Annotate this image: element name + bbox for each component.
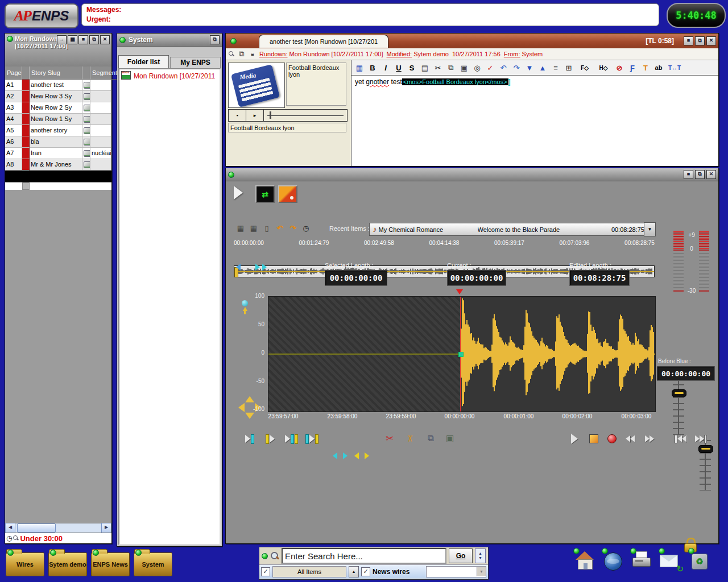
play-from-mark-button[interactable]	[266, 433, 275, 444]
rewind-button[interactable]	[623, 433, 638, 445]
dropdown-arrow-button[interactable]: ▼	[644, 222, 656, 236]
close-button[interactable]: ✕	[706, 170, 716, 179]
timer-icon[interactable]: ◷	[300, 223, 312, 233]
cut-icon[interactable]: ✂	[432, 62, 444, 73]
skip-to-start-button[interactable]	[673, 433, 688, 445]
table-row[interactable]: A4New Row 1 Sy	[5, 114, 111, 125]
mos-object-tag[interactable]: <mos>Football Bordeaux lyon</mos>	[402, 78, 508, 85]
restore-button[interactable]: ⧉	[695, 170, 705, 179]
table-row[interactable]: A1another test	[5, 80, 111, 91]
skip-to-end-button[interactable]	[693, 433, 708, 445]
table-icon[interactable]: ⊞	[562, 62, 575, 73]
trim-icon[interactable]: ✂	[405, 433, 415, 444]
nudge-in-left-icon[interactable]	[333, 452, 337, 459]
col-segment[interactable]: Segment	[90, 66, 119, 80]
story-text-area[interactable]: yet gnother test<mos>Football Bordeaux l…	[351, 76, 718, 166]
marker-next-icon[interactable]	[255, 264, 260, 271]
playhead-marker-icon[interactable]	[456, 289, 463, 294]
save-as-icon[interactable]: ▦	[248, 223, 259, 233]
undo-icon[interactable]: ↶	[497, 62, 510, 73]
media-seek-slider[interactable]	[264, 110, 347, 121]
f-marker-icon[interactable]: F◇	[576, 62, 594, 73]
close-button[interactable]: ✕	[706, 36, 716, 45]
mail-icon[interactable]: ↻	[659, 550, 684, 575]
export-button[interactable]: →	[57, 35, 67, 44]
nav-down-icon[interactable]	[245, 413, 254, 419]
enps-logo[interactable]: AP ENPS	[5, 3, 78, 28]
char-width-icon[interactable]: T↔T	[665, 62, 684, 73]
undo-icon[interactable]: ↶	[274, 223, 286, 233]
nav-up-icon[interactable]	[245, 396, 254, 402]
waveform-editor-button[interactable]: ⇄	[255, 185, 275, 203]
table-row[interactable]: A5another story	[5, 125, 111, 136]
story-titlebar[interactable]: another test [Mon Rundown [10/27/201 [TL…	[226, 34, 718, 48]
find-icon[interactable]: ◎	[471, 62, 483, 73]
tab-my-enps[interactable]: My ENPS	[170, 57, 221, 68]
folder-shortcut-sytem-demo[interactable]: Sytem demo	[48, 552, 87, 576]
printer-icon[interactable]	[630, 550, 655, 575]
table-row[interactable]: A2New Row 3 Sy	[5, 91, 111, 102]
table-row[interactable]: A6bla	[5, 136, 111, 148]
play-mode-button[interactable]	[234, 184, 249, 201]
save-icon[interactable]: ▦	[353, 62, 366, 73]
recycle-icon[interactable]: ♻	[688, 550, 713, 575]
media-name-field[interactable]: Football Bordeaux lyon	[228, 123, 346, 132]
wire-dropdown[interactable]: ▼	[426, 566, 486, 577]
maximize-button[interactable]: ■	[78, 35, 88, 44]
restore-button[interactable]: ⧉	[210, 35, 220, 44]
col-page[interactable]: Page	[5, 66, 22, 80]
save-icon[interactable]: ▦	[235, 223, 246, 233]
play-button[interactable]: ▸	[246, 110, 264, 121]
nudge-out-left-icon[interactable]	[354, 452, 359, 459]
copy-icon[interactable]: ⧉	[425, 433, 436, 443]
stop-button[interactable]	[586, 433, 601, 445]
folder-shortcut-enps-news[interactable]: ENPS News	[91, 552, 130, 576]
folder-shortcut-system[interactable]: System	[134, 552, 172, 576]
goto-mark-in-button[interactable]	[245, 433, 254, 444]
grid-view-button[interactable]: ▦	[68, 35, 77, 44]
playhead[interactable]	[460, 297, 461, 411]
restore-button[interactable]: ⧉	[695, 36, 705, 45]
search-icon[interactable]	[229, 51, 234, 57]
no-wire-icon[interactable]: ⊘	[613, 62, 626, 73]
pointer-tool-icon[interactable]	[241, 300, 250, 315]
italic-button[interactable]: I	[379, 62, 392, 73]
globe-icon[interactable]	[602, 550, 627, 575]
redo-icon[interactable]: ↷	[287, 223, 299, 233]
marker-next2-icon[interactable]	[262, 264, 267, 271]
recent-items-dropdown[interactable]: ♪ My Chemical Romance Welcome to the Bla…	[369, 223, 648, 236]
filter-checkbox[interactable]: ✓	[261, 567, 270, 576]
level-fader-left[interactable]	[671, 379, 686, 435]
highlight-icon[interactable]: ab	[652, 62, 665, 73]
home-icon[interactable]	[573, 550, 598, 575]
cut-icon[interactable]: ✂	[384, 433, 395, 443]
maximize-button[interactable]: ■	[684, 36, 693, 45]
scroll-right-button[interactable]: ▶	[101, 523, 111, 533]
fader-handle[interactable]	[698, 445, 713, 453]
close-button[interactable]: ✕	[100, 35, 110, 44]
rundown-titlebar[interactable]: Mon Rundown [10/27/2011 17:00] → ▦ ■ ⧉ ✕	[5, 34, 111, 66]
paste-icon[interactable]: ▣	[458, 62, 470, 73]
restore-button[interactable]: ⧉	[89, 35, 99, 44]
text-style-icon[interactable]: T	[639, 62, 652, 73]
move-down-icon[interactable]: ▼	[523, 62, 536, 73]
search-input[interactable]	[282, 548, 446, 564]
audio-titlebar[interactable]: ■ ⧉ ✕	[226, 168, 718, 181]
play-between-marks-button[interactable]	[285, 433, 298, 444]
table-row[interactable]: A3New Row 2 Sy	[5, 102, 111, 114]
folder-shortcut-wires[interactable]: Wires	[6, 552, 44, 576]
bold-button[interactable]: B	[366, 62, 379, 73]
tab-folder-list[interactable]: Folder list	[118, 55, 169, 68]
stop-button[interactable]: ▪	[229, 110, 246, 121]
h-marker-icon[interactable]: H◇	[594, 62, 613, 73]
nudge-out-right-icon[interactable]	[365, 452, 369, 459]
collapse-button[interactable]: ▲	[349, 566, 359, 577]
nudge-in-right-icon[interactable]	[343, 452, 348, 459]
news-wires-checkbox[interactable]: ✓	[361, 567, 370, 576]
col-story-slug[interactable]: Story Slug	[30, 66, 82, 80]
go-button[interactable]: Go	[449, 548, 473, 563]
scrollbar-thumb[interactable]	[17, 523, 56, 533]
story-tab[interactable]: another test [Mon Rundown [10/27/201	[259, 35, 388, 48]
record-button[interactable]	[605, 433, 619, 445]
system-titlebar[interactable]: System ⧉	[117, 34, 222, 47]
